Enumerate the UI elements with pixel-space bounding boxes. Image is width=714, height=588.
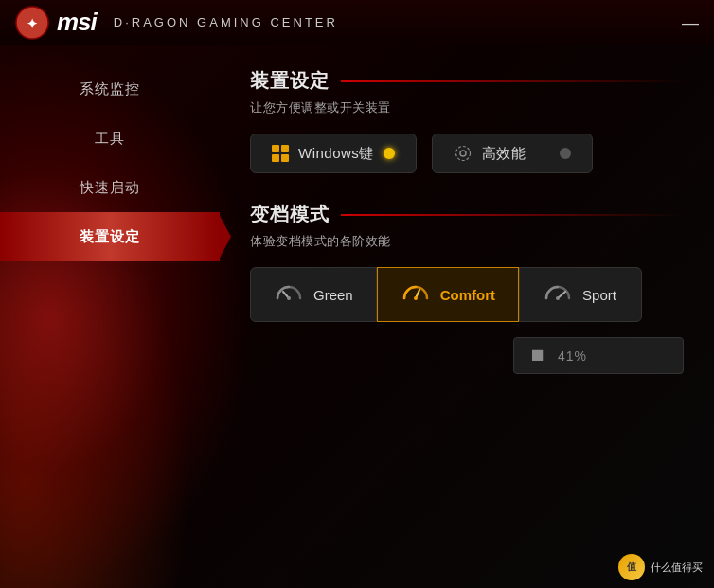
shift-mode-header: 变档模式 — [250, 202, 684, 227]
shift-mode-description: 体验变档模式的各阶效能 — [250, 233, 684, 250]
shift-mode-section: 变档模式 体验变档模式的各阶效能 Green — [250, 202, 684, 374]
fps-value: 41% — [558, 348, 587, 364]
mode-sport-button[interactable]: Sport — [519, 267, 642, 322]
titlebar: ✦ msi D·RAGON GAMING CENTER — — [0, 0, 714, 45]
svg-point-2 — [460, 151, 466, 156]
film-icon: ⏹ — [529, 346, 546, 365]
watermark: 值 什么值得买 — [618, 554, 703, 580]
high-perf-indicator — [560, 148, 571, 159]
high-perf-label: 高效能 — [482, 145, 527, 163]
mode-green-button[interactable]: Green — [250, 267, 377, 322]
sidebar-label-device-settings: 装置设定 — [80, 228, 140, 246]
sidebar: 系统监控 工具 快速启动 装置设定 — [0, 45, 220, 588]
windows-key-toggle[interactable]: Windows键 — [250, 134, 417, 173]
shift-modes-row: Green Comfort — [250, 267, 684, 322]
sidebar-label-tools: 工具 — [95, 130, 125, 148]
windows-icon — [272, 145, 289, 162]
windows-key-indicator — [384, 148, 395, 159]
watermark-badge: 值 — [618, 554, 645, 580]
sidebar-label-system-monitor: 系统监控 — [80, 80, 140, 98]
svg-point-9 — [556, 296, 560, 300]
fps-display: ⏹ 41% — [513, 337, 684, 374]
green-speedo-icon — [274, 279, 304, 310]
svg-point-3 — [455, 147, 470, 161]
section-divider-line — [341, 80, 684, 82]
high-perf-toggle[interactable]: 高效能 — [432, 134, 593, 173]
fps-row: ⏹ 41% — [250, 337, 684, 374]
mode-comfort-button[interactable]: Comfort — [377, 267, 519, 322]
app-logo: ✦ msi D·RAGON GAMING CENTER — [15, 6, 338, 40]
sidebar-item-system-monitor[interactable]: 系统监控 — [0, 64, 220, 114]
app-brand-name: msi — [57, 8, 97, 37]
msi-dragon-icon: ✦ — [15, 6, 49, 40]
app-title: D·RAGON GAMING CENTER — [114, 15, 338, 29]
sidebar-item-device-settings[interactable]: 装置设定 — [0, 212, 220, 261]
device-settings-description: 让您方便调整或开关装置 — [250, 99, 684, 116]
svg-point-7 — [414, 296, 418, 300]
minimize-button[interactable]: — — [682, 12, 699, 32]
content-area: 装置设定 让您方便调整或开关装置 Windows键 — [220, 45, 714, 588]
main-container: 系统监控 工具 快速启动 装置设定 装置设定 让您方便调整或开关装置 — [0, 45, 714, 588]
high-perf-icon — [454, 144, 473, 163]
windows-key-label: Windows键 — [298, 145, 374, 163]
svg-text:✦: ✦ — [27, 16, 38, 31]
device-settings-title: 装置设定 — [250, 68, 330, 94]
device-settings-section: 装置设定 让您方便调整或开关装置 Windows键 — [250, 68, 684, 173]
device-settings-header: 装置设定 — [250, 68, 684, 94]
sidebar-label-quick-launch: 快速启动 — [80, 179, 140, 197]
comfort-mode-label: Comfort — [440, 287, 495, 303]
sport-mode-label: Sport — [582, 287, 616, 303]
green-mode-label: Green — [313, 287, 353, 303]
sidebar-item-quick-launch[interactable]: 快速启动 — [0, 163, 220, 212]
watermark-text: 什么值得买 — [651, 561, 703, 575]
shift-mode-divider — [341, 214, 684, 216]
svg-point-5 — [287, 296, 291, 300]
toggles-row: Windows键 高效能 — [250, 134, 684, 173]
sport-speedo-icon — [543, 279, 573, 310]
comfort-speedo-icon — [401, 279, 431, 310]
sidebar-item-tools[interactable]: 工具 — [0, 114, 220, 163]
shift-mode-title: 变档模式 — [250, 202, 330, 227]
